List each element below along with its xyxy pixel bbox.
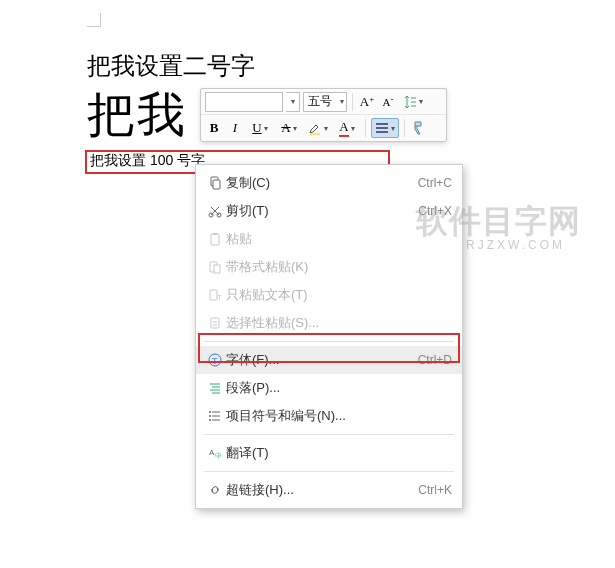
format-painter-button[interactable] xyxy=(410,119,428,137)
svg-rect-9 xyxy=(210,290,217,300)
svg-rect-2 xyxy=(213,180,220,189)
svg-rect-0 xyxy=(310,133,320,135)
menu-label: 复制(C) xyxy=(226,174,418,192)
line-spacing-button[interactable]: ▾ xyxy=(400,93,426,111)
menu-label: 只粘贴文本(T) xyxy=(226,286,452,304)
line-spacing-icon xyxy=(403,95,417,109)
menu-separator xyxy=(204,434,454,435)
mini-toolbar: ▾ 五号▾ A+ A- ▾ B I U▾ A▾ ▾ A▾ ▾ xyxy=(200,88,447,142)
font-icon: T xyxy=(204,353,226,367)
paste-text-icon: T xyxy=(204,288,226,302)
hyperlink-icon xyxy=(204,483,226,497)
highlight-icon xyxy=(308,121,322,135)
format-painter-icon xyxy=(411,120,427,136)
paste-format-icon xyxy=(204,260,226,274)
underline-button[interactable]: U▾ xyxy=(247,119,273,137)
menu-separator xyxy=(204,471,454,472)
page-margin-corner xyxy=(87,13,101,27)
svg-rect-8 xyxy=(214,265,220,273)
svg-rect-11 xyxy=(211,318,219,328)
svg-rect-5 xyxy=(211,234,219,245)
svg-text:T: T xyxy=(212,356,218,366)
menu-label: 段落(P)... xyxy=(226,379,452,397)
menu-copy[interactable]: 复制(C) Ctrl+C xyxy=(196,169,462,197)
italic-button[interactable]: I xyxy=(226,119,244,137)
menu-label: 字体(F)... xyxy=(226,351,418,369)
doc-text-line1: 把我设置二号字 xyxy=(87,50,255,82)
align-icon xyxy=(375,122,389,134)
svg-point-15 xyxy=(209,415,211,417)
menu-paste-special: 选择性粘贴(S)... xyxy=(196,309,462,337)
menu-label: 超链接(H)... xyxy=(226,481,418,499)
toolbar-sep xyxy=(404,119,405,137)
menu-label: 项目符号和编号(N)... xyxy=(226,407,452,425)
menu-separator xyxy=(204,341,454,342)
svg-rect-6 xyxy=(213,233,217,235)
svg-text:中: 中 xyxy=(215,452,222,459)
bullets-icon xyxy=(204,409,226,423)
svg-text:T: T xyxy=(217,293,222,302)
bold-button[interactable]: B xyxy=(205,119,223,137)
toolbar-sep xyxy=(352,93,353,111)
doc-text-line3: 把我设置 100 号字 xyxy=(90,152,205,170)
font-size-select[interactable]: 五号▾ xyxy=(303,92,347,112)
menu-hyperlink[interactable]: 超链接(H)... Ctrl+K xyxy=(196,476,462,504)
menu-paste-with-format: 带格式粘贴(K) xyxy=(196,253,462,281)
menu-shortcut: Ctrl+K xyxy=(418,483,452,497)
doc-text-line2a: 把我 xyxy=(87,88,187,141)
toolbar-row-bottom: B I U▾ A▾ ▾ A▾ ▾ xyxy=(201,115,446,141)
highlight-button[interactable]: ▾ xyxy=(305,119,331,137)
menu-paste-text-only: T 只粘贴文本(T) xyxy=(196,281,462,309)
menu-shortcut: Ctrl+D xyxy=(418,353,452,367)
menu-translate[interactable]: A中 翻译(T) xyxy=(196,439,462,467)
menu-shortcut: Ctrl+C xyxy=(418,176,452,190)
menu-label: 带格式粘贴(K) xyxy=(226,258,452,276)
copy-icon xyxy=(204,176,226,190)
paste-icon xyxy=(204,232,226,246)
increase-font-button[interactable]: A+ xyxy=(358,93,376,111)
menu-font[interactable]: T 字体(F)... Ctrl+D xyxy=(196,346,462,374)
align-button[interactable]: ▾ xyxy=(371,118,399,138)
menu-label: 翻译(T) xyxy=(226,444,452,462)
font-name-dropdown[interactable]: ▾ xyxy=(286,92,300,112)
strikethrough-button[interactable]: A▾ xyxy=(276,119,302,137)
cut-icon xyxy=(204,204,226,218)
font-size-value: 五号 xyxy=(308,93,332,110)
menu-bullets-numbering[interactable]: 项目符号和编号(N)... xyxy=(196,402,462,430)
watermark-url: RJZXW.COM xyxy=(466,238,565,252)
font-name-select[interactable] xyxy=(205,92,283,112)
svg-point-14 xyxy=(209,411,211,413)
translate-icon: A中 xyxy=(204,446,226,460)
font-color-button[interactable]: A▾ xyxy=(334,119,360,137)
menu-label: 剪切(T) xyxy=(226,202,418,220)
paragraph-icon xyxy=(204,381,226,395)
menu-paragraph[interactable]: 段落(P)... xyxy=(196,374,462,402)
paste-special-icon xyxy=(204,316,226,330)
svg-point-16 xyxy=(209,419,211,421)
menu-label: 选择性粘贴(S)... xyxy=(226,314,452,332)
toolbar-sep xyxy=(365,119,366,137)
decrease-font-button[interactable]: A- xyxy=(379,93,397,111)
toolbar-row-top: ▾ 五号▾ A+ A- ▾ xyxy=(201,89,446,115)
